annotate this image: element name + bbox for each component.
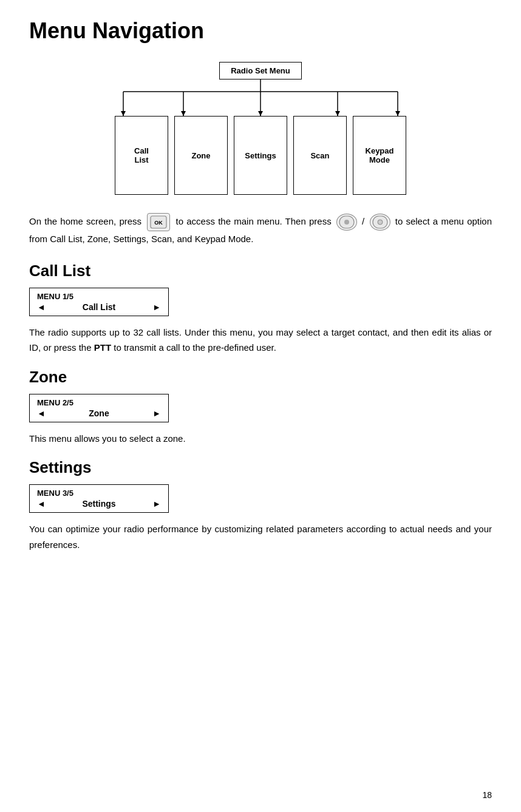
svg-marker-9 (258, 111, 263, 116)
section-body-call-list: The radio supports up to 32 call lists. … (29, 325, 492, 356)
svg-marker-7 (121, 111, 126, 116)
menu-box-zone: Zone (174, 116, 228, 195)
arrow-left-settings: ◄ (37, 499, 46, 509)
menu-label-settings: Settings (82, 499, 115, 509)
menu-display-line1-settings: MENU 3/5 (37, 489, 161, 498)
section-call-list: Call List MENU 1/5 ◄ Call List ► The rad… (29, 262, 492, 356)
svg-marker-10 (335, 111, 340, 116)
section-heading-call-list: Call List (29, 262, 492, 280)
menu-items-row: CallList Zone Settings Scan KeypadMode (115, 116, 406, 195)
menu-display-zone: MENU 2/5 ◄ Zone ► (29, 394, 169, 422)
arrow-left-zone: ◄ (37, 408, 46, 418)
section-body-zone: This menu allows you to select a zone. (29, 431, 492, 447)
svg-point-15 (344, 220, 349, 225)
menu-box-call-list: CallList (115, 116, 168, 195)
menu-display-line2-zone: ◄ Zone ► (37, 408, 161, 418)
menu-navigation-diagram: Radio Set Menu CallList Zone Settings Sc… (29, 62, 492, 195)
page-number: 18 (482, 790, 492, 800)
menu-label-call-list: Call List (83, 302, 115, 312)
menu-display-line2-call-list: ◄ Call List ► (37, 302, 161, 312)
arrow-right-zone: ► (152, 408, 161, 418)
section-body-settings: You can optimize your radio performance … (29, 521, 492, 552)
menu-display-line2-settings: ◄ Settings ► (37, 499, 161, 509)
arrow-right-call-list: ► (152, 302, 161, 312)
arrow-left-call-list: ◄ (37, 302, 46, 312)
menu-display-line1-zone: MENU 2/5 (37, 398, 161, 407)
section-settings: Settings MENU 3/5 ◄ Settings ► You can o… (29, 458, 492, 552)
nav-up-icon (336, 214, 357, 231)
arrow-right-settings: ► (152, 499, 161, 509)
section-zone: Zone MENU 2/5 ◄ Zone ► This menu allows … (29, 368, 492, 447)
menu-box-keypad-mode: KeypadMode (353, 116, 406, 195)
svg-marker-8 (181, 111, 186, 116)
tree-lines-svg (97, 80, 424, 116)
page-title: Menu Navigation (29, 18, 492, 44)
radio-set-menu-box: Radio Set Menu (219, 62, 302, 80)
section-heading-settings: Settings (29, 458, 492, 477)
menu-display-line1-call-list: MENU 1/5 (37, 292, 161, 301)
menu-display-call-list: MENU 1/5 ◄ Call List ► (29, 288, 169, 316)
menu-box-settings: Settings (234, 116, 287, 195)
svg-text:OK: OK (155, 220, 163, 226)
menu-box-scan: Scan (293, 116, 347, 195)
ok-button-icon: OK (147, 213, 170, 231)
section-heading-zone: Zone (29, 368, 492, 387)
intro-paragraph: On the home screen, press OK to access t… (29, 213, 492, 247)
menu-label-zone: Zone (89, 408, 109, 418)
svg-marker-11 (395, 111, 400, 116)
svg-point-17 (378, 220, 383, 225)
nav-down-icon (370, 214, 390, 231)
menu-display-settings: MENU 3/5 ◄ Settings ► (29, 484, 169, 513)
